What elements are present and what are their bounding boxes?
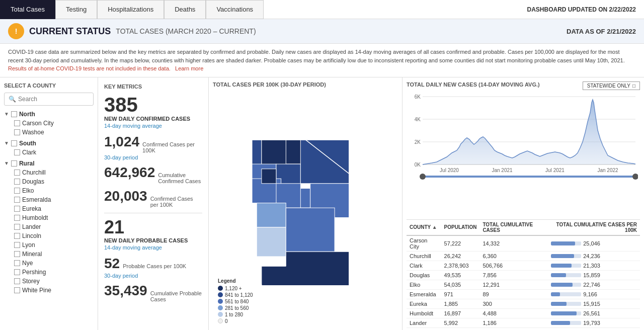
search-box[interactable]: 🔍 [4,93,94,106]
confirmed-100k-metric: 1,024 Confirmed Cases per 100K [104,134,202,153]
description-link2[interactable]: Learn more [175,65,203,71]
probable-daily-metric: 21 NEW DAILY PROBABLE CASES 14-day movin… [104,218,202,251]
table-row[interactable]: Lincoln 5,177 954 18,428 [407,327,640,330]
probable-daily-number: 21 [104,218,202,236]
carson-city-checkbox[interactable] [14,120,20,126]
svg-text:Jan 2022: Jan 2022 [597,168,618,173]
svg-rect-11 [257,203,286,227]
warning-icon: ! [8,23,24,39]
cumulative-probable-metric: 35,439 Cumulative Probable Cases [104,283,202,302]
table-row[interactable]: Eureka 1,885 300 15,915 [407,299,640,308]
search-icon: 🔍 [9,96,16,103]
description-link1[interactable]: Results of at-home COVID-19 tests are no… [8,65,171,71]
region-north-checkbox[interactable] [11,111,17,117]
county-humboldt[interactable]: Humboldt [4,213,94,222]
legend-item-1: 841 to 1,120 [218,292,253,298]
data-table-container: COUNTY ▲ POPULATION TOTAL CUMULATIVE CAS… [407,219,640,330]
tab-vaccinations[interactable]: Vaccinations [206,0,264,19]
county-white-pine[interactable]: White Pine [4,286,94,295]
table-row[interactable]: Clark 2,378,903 506,766 21,303 [407,261,640,270]
col-cumulative-cases: TOTAL CUMULATIVE CASES [479,220,548,235]
confirmed-100k-sublabel: 30-day period [104,154,202,160]
cell-per-100k: 19,793 [548,318,640,327]
probable-100k-desc: Probable Cases per 100K [123,263,186,269]
county-nye[interactable]: Nye [4,259,94,268]
sort-county[interactable]: ▲ [432,224,437,230]
search-input[interactable] [18,96,89,103]
confirmed-cumulative-100k-number: 20,003 [104,188,147,204]
cell-county: Eureka [407,299,441,308]
legend-dot-5 [218,318,223,323]
county-eureka[interactable]: Eureka [4,204,94,213]
svg-rect-13 [286,208,335,252]
status-title: CURRENT STATUS [29,26,111,37]
region-south-header[interactable]: ▼ South [4,139,94,148]
cumulative-probable-desc: Cumulative Probable Cases [150,290,202,302]
map-panel: TOTAL CASES PER 100K (30-day period) [209,77,403,331]
svg-text:Jul 2021: Jul 2021 [545,168,565,173]
cell-cumulative-cases: 4,488 [479,308,548,318]
tab-testing[interactable]: Testing [55,0,97,19]
county-lander[interactable]: Lander [4,222,94,231]
legend-item-3: 281 to 560 [218,305,253,311]
table-row[interactable]: Churchill 26,242 6,360 24,236 [407,251,640,261]
county-esmeralda[interactable]: Esmeralda [4,195,94,204]
legend-item-5: 0 [218,318,253,324]
statewide-button[interactable]: STATEWIDE ONLY □ [583,81,640,90]
cell-cumulative-cases: 89 [479,289,548,299]
county-carson-city[interactable]: Carson City [4,119,94,128]
region-rural-checkbox[interactable] [11,160,17,167]
county-washoe[interactable]: Washoe [4,128,94,137]
legend-dot-4 [218,312,223,317]
confirmed-100k-number: 1,024 [104,134,139,150]
table-row[interactable]: Carson City 57,222 14,332 25,046 [407,235,640,252]
table-row[interactable]: Esmeralda 971 89 9,166 [407,289,640,299]
col-county: COUNTY ▲ [407,220,441,235]
cumulative-confirmed-desc: Cumulative Confirmed Cases [158,172,202,184]
table-row[interactable]: Humboldt 16,897 4,488 26,561 [407,308,640,318]
svg-text:2K: 2K [415,139,421,145]
region-south: ▼ South Clark [4,139,94,157]
county-clark[interactable]: Clark [4,148,94,157]
legend-dot-3 [218,305,223,310]
cell-cumulative-cases: 6,360 [479,251,548,261]
map-legend: Legend 1,120 + 841 to 1,120 561 to 840 2… [218,278,253,325]
washoe-checkbox[interactable] [14,129,20,135]
region-south-checkbox[interactable] [11,140,17,146]
county-storey[interactable]: Storey [4,277,94,286]
confirmed-cumulative-100k-desc: Confirmed Cases per 100K [150,196,202,208]
cell-cumulative-cases: 300 [479,299,548,308]
chart-header: TOTAL DAILY NEW CASES (14-day moving avg… [407,81,640,91]
county-pershing[interactable]: Pershing [4,268,94,277]
cell-county: Churchill [407,251,441,261]
county-douglas[interactable]: Douglas [4,177,94,186]
sidebar: SELECT A COUNTY 🔍 ▼ North Carson City Wa… [0,77,98,331]
cell-population: 49,535 [441,270,480,280]
confirmed-cumulative-100k-metric: 20,003 Confirmed Cases per 100K [104,188,202,208]
county-lyon[interactable]: Lyon [4,240,94,250]
county-lincoln[interactable]: Lincoln [4,231,94,240]
region-north-header[interactable]: ▼ North [4,110,94,119]
legend-dot-1 [218,292,223,297]
cell-population: 2,378,903 [441,261,480,270]
tab-deaths[interactable]: Deaths [164,0,206,19]
region-rural-header[interactable]: ▼ Rural [4,159,94,168]
confirmed-daily-metric: 385 NEW DAILY CONFIRMED CASES 14-day mov… [104,95,202,129]
table-row[interactable]: Douglas 49,535 7,856 15,859 [407,270,640,280]
county-churchill[interactable]: Churchill [4,168,94,177]
expand-icon: □ [632,83,635,89]
county-mineral[interactable]: Mineral [4,250,94,259]
chevron-down-icon: ▼ [4,111,9,117]
confirmed-daily-sublabel: 14-day moving average [104,123,202,129]
clark-checkbox[interactable] [14,149,20,155]
cell-county: Douglas [407,270,441,280]
region-rural: ▼ Rural Churchill Douglas Elko Esmeralda… [4,159,94,295]
chart-area: 6K 4K 2K 0K Jul 2020 Jan 2021 Jul 2021 J… [407,93,640,219]
county-elko[interactable]: Elko [4,186,94,195]
table-row[interactable]: Lander 5,992 1,186 19,793 [407,318,640,327]
tab-hospitalizations[interactable]: Hospitalizations [97,0,164,19]
legend-dot-2 [218,299,223,304]
cell-population: 54,035 [441,280,480,289]
table-row[interactable]: Elko 54,035 12,291 22,746 [407,280,640,289]
tab-total-cases[interactable]: Total Cases [0,0,55,19]
